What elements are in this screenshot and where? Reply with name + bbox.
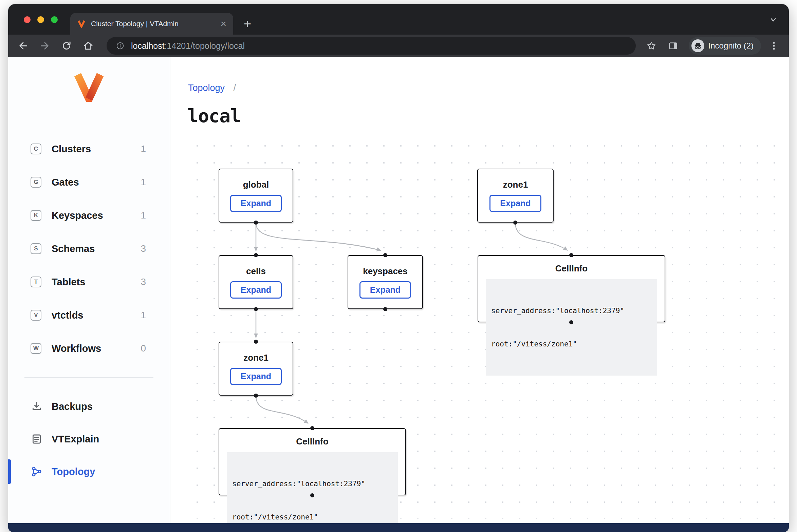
window-controls — [24, 16, 58, 23]
sidebar-item-workflows[interactable]: W Workflows 0 — [8, 332, 170, 365]
vtadmin-app: C Clusters 1 G Gates 1 K Keyspaces 1 S S… — [8, 57, 789, 523]
browser-tab[interactable]: Cluster Topology | VTAdmin × — [70, 13, 233, 35]
window-footer-bar — [8, 523, 789, 532]
browser-toolbar: localhost:14201/topology/local Incognito… — [8, 35, 789, 57]
keyspaces-count: 1 — [141, 210, 170, 221]
topology-node-cellinfo-right: CellInfo server_address:"localhost:2379"… — [478, 255, 665, 322]
tablets-count: 3 — [141, 277, 170, 287]
sidebar-item-backups[interactable]: Backups — [8, 390, 170, 423]
node-title: CellInfo — [296, 436, 328, 447]
address-bar[interactable]: localhost:14201/topology/local — [107, 37, 636, 55]
node-title: zone1 — [503, 179, 528, 190]
gates-icon: G — [31, 177, 41, 188]
vitess-logo — [8, 73, 170, 102]
reload-button[interactable] — [57, 36, 76, 55]
sidebar-divider — [24, 377, 153, 378]
sidebar-item-tablets[interactable]: T Tablets 3 — [8, 265, 170, 299]
tablets-icon: T — [31, 277, 41, 287]
expand-button-cells[interactable]: Expand — [230, 281, 282, 299]
incognito-badge[interactable]: Incognito (2) — [689, 37, 761, 55]
breadcrumb-separator: / — [234, 83, 236, 93]
bookmark-star-icon[interactable] — [642, 36, 661, 55]
workflows-icon: W — [31, 343, 41, 354]
topology-node-zone1-lower: zone1 Expand — [219, 342, 293, 396]
new-tab-button[interactable]: + — [238, 14, 257, 33]
expand-button-global[interactable]: Expand — [230, 195, 282, 212]
vtctlds-icon: V — [31, 310, 41, 321]
cellinfo-code: server_address:"localhost:2379" root:"/v… — [227, 452, 398, 523]
expand-button-zone1-lower[interactable]: Expand — [230, 368, 282, 385]
sidebar-item-schemas[interactable]: S Schemas 3 — [8, 232, 170, 265]
tab-title: Cluster Topology | VTAdmin — [91, 20, 215, 28]
url-path: :14201/topology/local — [165, 41, 245, 51]
breadcrumb-topology-link[interactable]: Topology — [188, 83, 225, 93]
url-text: localhost:14201/topology/local — [131, 41, 245, 51]
node-title: global — [243, 179, 269, 190]
vitess-favicon — [77, 19, 86, 28]
node-title: keyspaces — [363, 266, 408, 277]
tab-search-chevron-icon[interactable] — [768, 14, 779, 25]
tab-strip: Cluster Topology | VTAdmin × + — [8, 4, 789, 35]
node-title: zone1 — [243, 353, 268, 363]
browser-menu-icon[interactable] — [764, 36, 783, 55]
sidebar-item-vtctlds[interactable]: V vtctlds 1 — [8, 299, 170, 332]
document-icon — [31, 433, 43, 445]
topology-node-keyspaces: keyspaces Expand — [348, 255, 423, 309]
forward-button[interactable] — [35, 36, 54, 55]
page-title: local — [187, 105, 241, 127]
sidebar-item-vtexplain[interactable]: VTExplain — [8, 423, 170, 455]
url-host: localhost — [131, 41, 165, 51]
fullscreen-window-button[interactable] — [51, 16, 58, 23]
expand-button-zone1-top[interactable]: Expand — [489, 195, 541, 212]
browser-window: Cluster Topology | VTAdmin × + localhost… — [8, 4, 789, 532]
expand-button-keyspaces[interactable]: Expand — [359, 281, 411, 299]
topology-icon — [31, 466, 43, 478]
sidebar: C Clusters 1 G Gates 1 K Keyspaces 1 S S… — [8, 57, 170, 523]
download-icon — [31, 400, 43, 413]
workflows-count: 0 — [141, 343, 170, 354]
breadcrumb: Topology / — [188, 83, 236, 93]
sidebar-item-keyspaces[interactable]: K Keyspaces 1 — [8, 199, 170, 232]
side-panel-icon[interactable] — [664, 36, 683, 55]
topology-node-cells: cells Expand — [219, 255, 293, 309]
sidebar-item-clusters[interactable]: C Clusters 1 — [8, 132, 170, 166]
home-button[interactable] — [79, 36, 98, 55]
page-info-icon[interactable] — [114, 40, 126, 52]
tab-close-icon[interactable]: × — [220, 19, 226, 29]
back-button[interactable] — [14, 36, 33, 55]
node-title: cells — [246, 266, 266, 277]
topology-node-zone1-top: zone1 Expand — [477, 169, 554, 223]
incognito-label: Incognito (2) — [708, 41, 754, 51]
topology-node-global: global Expand — [219, 169, 293, 223]
node-title: CellInfo — [555, 263, 588, 274]
schemas-icon: S — [31, 243, 41, 254]
schemas-count: 3 — [141, 243, 170, 254]
close-window-button[interactable] — [24, 16, 31, 23]
vtctlds-count: 1 — [141, 310, 170, 321]
incognito-avatar — [691, 39, 704, 52]
clusters-icon: C — [31, 144, 41, 154]
topology-node-cellinfo-bottom: CellInfo server_address:"localhost:2379"… — [219, 428, 406, 495]
sidebar-item-topology[interactable]: Topology — [8, 455, 170, 488]
clusters-count: 1 — [141, 144, 170, 154]
cellinfo-code: server_address:"localhost:2379" root:"/v… — [486, 279, 657, 376]
sidebar-item-gates[interactable]: G Gates 1 — [8, 166, 170, 199]
keyspaces-icon: K — [31, 210, 41, 221]
topology-page: Topology / local — [170, 57, 789, 523]
minimize-window-button[interactable] — [37, 16, 44, 23]
gates-count: 1 — [141, 177, 170, 188]
sidebar-nav: C Clusters 1 G Gates 1 K Keyspaces 1 S S… — [8, 132, 170, 365]
